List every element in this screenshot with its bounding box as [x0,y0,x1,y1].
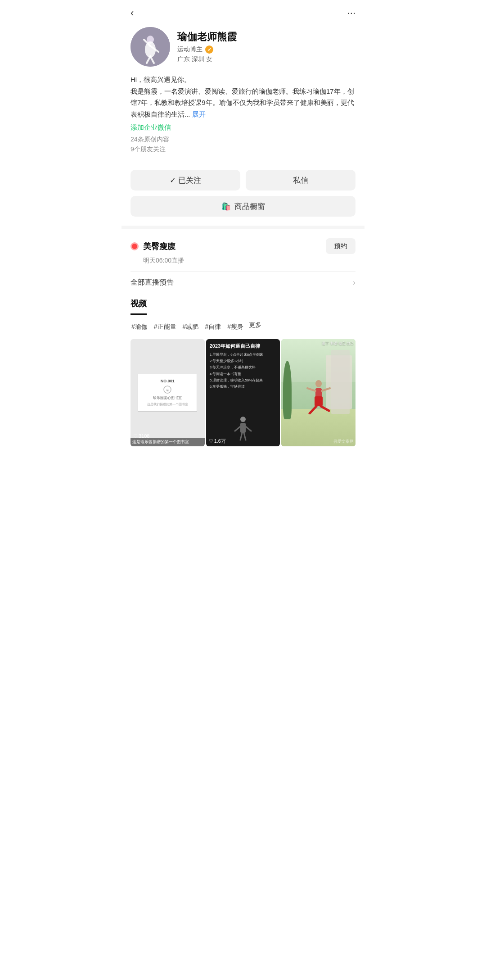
live-section: 美臀瘦腹 预约 明天06:00直播 全部直播预告 › [122,229,364,295]
svg-line-12 [246,426,251,431]
video-card-2[interactable]: 2023年如何逼自己自律 1.早睡早起，6点半起床8点半倒床 2.每天至少锻炼1… [206,339,280,446]
more-options-icon[interactable]: ··· [347,7,356,19]
tag-positive[interactable]: #正能量 [153,321,177,333]
verified-badge: ✓ [205,45,213,54]
tag-diet[interactable]: #减肥 [182,321,200,333]
self-discipline-line-6: 6.享受孤独，宁缺毋滥 [210,384,277,389]
video-likes-1: 3108 [139,433,149,439]
self-discipline-line-1: 1.早睡早起，6点半起床8点半倒床 [210,352,277,357]
top-navigation: ‹ ··· [122,0,364,23]
watermark-3: 吾爱文案网 [333,439,354,445]
svg-line-19 [322,388,330,391]
section-divider [122,226,364,229]
friends-follow: 9个朋友关注 [130,145,356,154]
bio-text: Hi，很高兴遇见你。 我是熊霞，一名爱演讲、爱阅读、爱旅行的瑜伽老师。我练习瑜伽… [130,74,356,120]
profile-header: 瑜伽老师熊霞 运动博主 ✓ 广东 深圳 女 [130,27,356,67]
heart-icon-2: ♡ [209,438,213,444]
shop-button[interactable]: 🛍️ 商品橱窗 [130,196,356,217]
svg-line-18 [307,388,315,391]
svg-text:☯: ☯ [166,388,169,392]
profile-info: 瑜伽老师熊霞 运动博主 ✓ 广东 深圳 女 [177,30,356,64]
self-discipline-line-4: 4.每周读一本书有量 [210,372,277,377]
svg-rect-17 [315,396,323,406]
video-section: 视频 #瑜伽 #正能量 #减肥 #自律 #瘦身 更多 NO.001 ☯ 瑜乐园爱… [122,298,364,455]
live-time: 明天06:00直播 [143,257,356,265]
profile-section: 瑜伽老师熊霞 运动博主 ✓ 广东 深圳 女 Hi，很高兴遇见你。 我是熊霞，一名… [122,23,364,163]
reserve-button[interactable]: 预约 [326,238,356,254]
chevron-right-icon: › [353,278,356,287]
svg-point-9 [240,417,246,422]
live-info: 美臀瘦腹 [130,241,176,252]
video-likes-2: 1.6万 [214,438,226,445]
tag-yoga[interactable]: #瑜伽 [130,321,148,333]
svg-point-15 [315,380,322,387]
heart-icon-1: ♡ [133,433,138,439]
profile-tag: 运动博主 [177,45,202,54]
all-live-text: 全部直播预告 [130,278,174,287]
video-card-3[interactable]: 吾爱文案网 逼下 和谐 做忘 自己 [281,339,356,446]
tag-fitness[interactable]: #瘦身 [226,321,244,333]
avatar [130,27,170,67]
svg-line-13 [240,433,242,440]
follow-button[interactable]: ✓ 已关注 [130,170,240,191]
live-dot-icon [130,242,139,250]
back-icon[interactable]: ‹ [130,7,134,19]
enterprise-wechat-link[interactable]: 添加企业微信 [130,123,356,132]
message-button[interactable]: 私信 [246,170,356,191]
shop-button-row: 🛍️ 商品橱窗 [130,196,356,217]
video-card-1[interactable]: NO.001 ☯ 瑜乐园爱心图书室 这是我们捐赠的第一个图书室 这是瑜乐园捐赠的… [130,339,205,446]
svg-rect-16 [315,388,322,397]
action-buttons: ✓ 已关注 私信 [130,170,356,191]
expand-bio-link[interactable]: 展开 [192,110,206,118]
profile-location: 广东 深圳 女 [177,55,356,64]
profile-name: 瑜伽老师熊霞 [177,30,356,44]
tags-row: #瑜伽 #正能量 #减肥 #自律 #瘦身 更多 [122,315,364,339]
profile-tag-row: 运动博主 ✓ [177,45,356,54]
tag-discipline[interactable]: #自律 [204,321,222,333]
svg-line-14 [244,433,246,440]
svg-rect-10 [240,423,246,433]
live-row: 美臀瘦腹 预约 [130,238,356,254]
svg-line-20 [310,406,316,413]
video-section-title: 视频 [130,299,147,313]
shop-icon: 🛍️ [221,202,231,211]
self-discipline-line-5: 5.理财管理，聊明收入50%存起来 [210,378,277,383]
tag-more[interactable]: 更多 [249,321,261,333]
video-grid: NO.001 ☯ 瑜乐园爱心图书室 这是我们捐赠的第一个图书室 这是瑜乐园捐赠的… [122,339,364,455]
svg-line-11 [235,426,240,431]
video-card-2-title: 2023年如何逼自己自律 [210,343,277,349]
svg-line-21 [321,406,329,411]
all-live-row[interactable]: 全部直播预告 › [130,271,356,287]
live-title: 美臀瘦腹 [143,241,176,252]
self-discipline-line-3: 3.每天冲凉水，不碰高糖饮料 [210,365,277,370]
posts-count: 24条原创内容 [130,136,356,144]
self-discipline-line-2: 2.每天至少锻炼1小时 [210,358,277,363]
